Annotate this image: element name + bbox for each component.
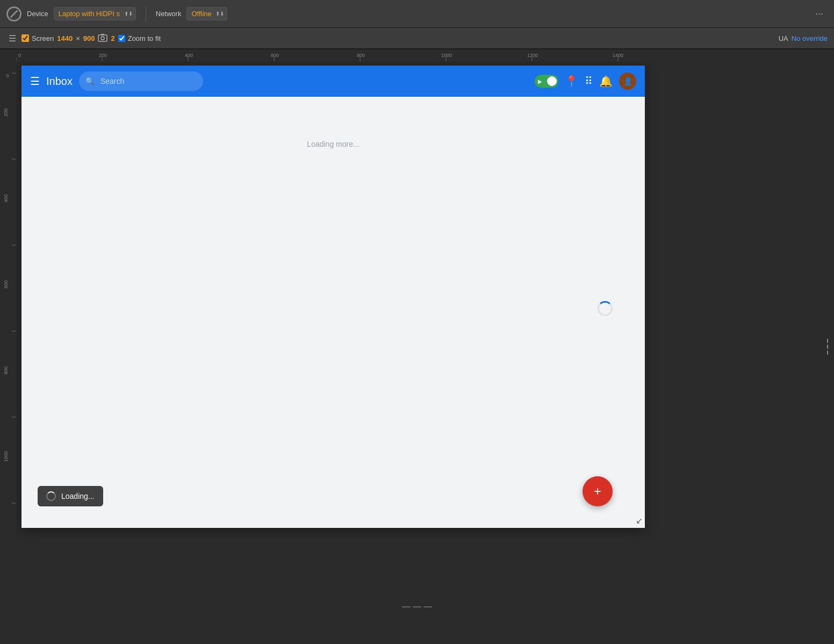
edge-line-3	[827, 350, 828, 355]
loading-toast: Loading...	[38, 486, 103, 506]
network-label: Network	[156, 10, 182, 18]
device-screen: ☰ Inbox 🔍 ▶ 📍 ⠿ 🔔 👤 Loading m	[21, 66, 645, 528]
device-select[interactable]: Laptop with HiDPI s	[54, 7, 136, 20]
screenshot-badge[interactable]: 2	[111, 34, 114, 42]
svg-text:1200: 1200	[527, 53, 538, 58]
network-dropdown-wrapper[interactable]: Offline ⬆⬇	[186, 7, 227, 20]
svg-text:0: 0	[6, 73, 9, 78]
zoom-checkbox-item: Zoom to fit	[118, 34, 161, 42]
bottom-bar-handle[interactable]	[402, 606, 432, 607]
no-entry-icon[interactable]	[6, 6, 21, 22]
svg-text:1000: 1000	[3, 451, 9, 462]
zoom-checkbox[interactable]	[118, 35, 125, 42]
handle-line-3	[423, 606, 432, 607]
ruler-corner	[0, 49, 16, 61]
svg-rect-0	[98, 35, 107, 41]
network-select[interactable]: Offline	[186, 7, 227, 20]
screen-checkbox[interactable]	[21, 34, 29, 42]
svg-text:400: 400	[3, 194, 9, 202]
search-input[interactable]	[79, 71, 203, 91]
toolbar-row-1: Device Laptop with HiDPI s ⬆⬇ Network Of…	[0, 0, 834, 28]
gmail-hamburger-icon[interactable]: ☰	[30, 75, 40, 88]
gmail-title: Inbox	[46, 75, 73, 88]
network-section: Network Offline ⬆⬇	[156, 7, 228, 20]
gmail-toggle[interactable]: ▶	[535, 75, 558, 88]
fab-button[interactable]: +	[583, 476, 613, 506]
edge-line-1	[827, 339, 828, 343]
svg-text:200: 200	[99, 53, 107, 58]
device-dropdown-wrapper[interactable]: Laptop with HiDPI s ⬆⬇	[54, 7, 136, 20]
svg-text:1000: 1000	[441, 53, 452, 58]
handle-line-2	[413, 606, 421, 607]
device-label: Device	[27, 10, 48, 18]
screen-width: 1440	[57, 34, 73, 42]
svg-text:600: 600	[3, 280, 9, 288]
resize-handle[interactable]: ↙	[636, 516, 643, 526]
horizontal-ruler: 0 200 400 600 800 1000 1200	[16, 49, 834, 61]
svg-text:0: 0	[18, 53, 21, 58]
gmail-header: ☰ Inbox 🔍 ▶ 📍 ⠿ 🔔 👤	[21, 66, 645, 97]
toolbars: Device Laptop with HiDPI s ⬆⬇ Network Of…	[0, 0, 834, 49]
avatar[interactable]: 👤	[619, 73, 636, 90]
loading-toast-text: Loading...	[61, 492, 95, 500]
content-area: Loading more... Loading... + ↙	[21, 97, 645, 528]
main-container: Device Laptop with HiDPI s ⬆⬇ Network Of…	[0, 0, 834, 644]
zoom-label: Zoom to fit	[128, 34, 161, 42]
screen-height: 900	[83, 34, 95, 42]
fab-plus-icon: +	[594, 485, 601, 498]
more-button[interactable]: ···	[811, 8, 828, 19]
svg-text:600: 600	[271, 53, 279, 58]
svg-text:800: 800	[3, 366, 9, 374]
svg-rect-2	[101, 34, 104, 35]
dimension-x-separator: ×	[76, 34, 80, 42]
bell-icon-button[interactable]: 🔔	[599, 75, 613, 88]
loading-more-text: Loading more...	[307, 140, 359, 148]
toolbar-separator-1	[146, 6, 146, 22]
screenshot-icon[interactable]	[98, 33, 107, 43]
toolbar-row-2: ☰ Screen 1440 × 900 2	[0, 28, 834, 49]
svg-text:200: 200	[3, 108, 9, 116]
toggle-icon: ▶	[538, 78, 542, 84]
search-icon: 🔍	[85, 77, 95, 85]
svg-text:400: 400	[185, 53, 193, 58]
screen-label: Screen	[32, 34, 54, 42]
toast-spinner-icon	[46, 491, 56, 501]
canvas-area: 0 200 400 600 800 1000 1200	[0, 49, 834, 644]
edge-line-2	[827, 345, 828, 349]
right-edge-handle[interactable]	[824, 336, 831, 357]
vertical-ruler: 0 200 400 600 800 1000	[0, 61, 16, 601]
location-icon-button[interactable]: 📍	[565, 75, 578, 88]
svg-point-1	[101, 37, 104, 40]
screen-checkbox-item: Screen	[21, 34, 54, 42]
ua-value[interactable]: No override	[792, 34, 828, 42]
handle-line-1	[402, 606, 411, 607]
content-spinner	[598, 301, 613, 316]
menu-icon-button[interactable]: ☰	[6, 31, 18, 46]
ua-label: UA	[779, 34, 788, 42]
hamburger-icon: ☰	[9, 34, 16, 43]
svg-text:800: 800	[357, 53, 365, 58]
toolbar-left: Device Laptop with HiDPI s ⬆⬇ Network Of…	[6, 6, 811, 22]
search-wrapper: 🔍	[79, 71, 528, 91]
grid-icon-button[interactable]: ⠿	[585, 75, 593, 88]
svg-rect-3	[16, 49, 834, 61]
bottom-bar	[0, 601, 834, 644]
